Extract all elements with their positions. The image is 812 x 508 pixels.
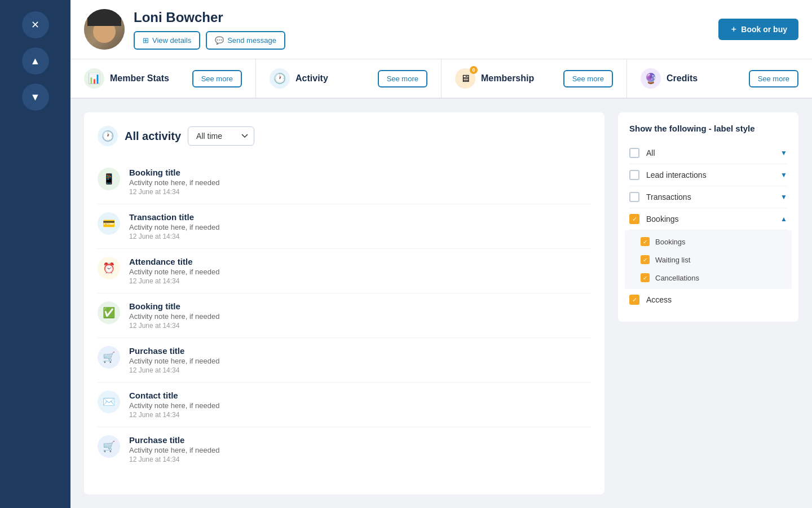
book-or-buy-label: Book or buy: [741, 25, 787, 34]
tab-membership[interactable]: 🖥 0 Membership See more: [442, 59, 627, 98]
activity-item-title-6: Contact title: [129, 391, 219, 400]
activity-item-title-3: Attendance title: [129, 257, 219, 266]
activity-item-time-1: 12 June at 14:34: [129, 188, 219, 196]
tab-activity-label: Activity: [295, 73, 328, 84]
member-info: Loni Bowcher ⊞ View details 💬 Send messa…: [134, 10, 718, 50]
filter-label-access: Access: [646, 295, 787, 304]
activity-item: 🛒 Purchase title Activity note here, if …: [98, 338, 591, 383]
filter-sub-item-waiting-list[interactable]: ✓ Waiting list: [629, 251, 787, 269]
activity-item: 🛒 Purchase title Activity note here, if …: [98, 427, 591, 471]
filter-checkbox-all[interactable]: [629, 148, 639, 158]
member-stats-see-more-button[interactable]: See more: [192, 70, 242, 87]
filter-item-transactions[interactable]: Transactions ▼: [629, 186, 787, 208]
membership-icon: 🖥 0: [455, 68, 475, 89]
activity-item-note-4: Activity note here, if needed: [129, 312, 219, 321]
tab-credits-label: Credits: [667, 73, 698, 84]
filter-sub-checkbox-waiting-list[interactable]: ✓: [641, 255, 650, 264]
tab-member-stats-content: 📊 Member Stats: [84, 68, 169, 89]
filter-checkbox-bookings[interactable]: ✓: [629, 214, 639, 224]
book-or-buy-button[interactable]: ＋ Book or buy: [718, 19, 798, 40]
member-header: Loni Bowcher ⊞ View details 💬 Send messa…: [70, 0, 812, 59]
member-name: Loni Bowcher: [134, 10, 718, 25]
send-message-icon: 💬: [215, 36, 224, 45]
avatar: [84, 9, 125, 50]
booking-icon-2: ✅: [98, 301, 120, 324]
purchase-icon-1: 🛒: [98, 346, 120, 369]
filter-sub-checkbox-cancellations[interactable]: ✓: [641, 273, 650, 282]
chevron-down-icon: ▼: [30, 91, 41, 103]
activity-item: 💳 Transaction title Activity note here, …: [98, 204, 591, 249]
transaction-icon: 💳: [98, 212, 120, 235]
tab-activity[interactable]: 🕐 Activity See more: [256, 59, 442, 98]
chevron-down-icon: ▼: [780, 149, 787, 157]
filter-label-bookings: Bookings: [646, 214, 780, 224]
activity-item-content-1: Booking title Activity note here, if nee…: [129, 168, 219, 196]
plus-icon: ＋: [730, 24, 738, 34]
close-button[interactable]: ✕: [22, 11, 49, 38]
activity-item-note-2: Activity note here, if needed: [129, 223, 219, 231]
purchase-icon-2: 🛒: [98, 435, 120, 458]
filter-sub-item-bookings[interactable]: ✓ Bookings: [629, 233, 787, 251]
filter-checkbox-transactions[interactable]: [629, 192, 639, 202]
tab-credits[interactable]: 🔮 Credits See more: [627, 59, 812, 98]
chevron-down-icon: ▼: [780, 193, 787, 201]
activity-item-time-7: 12 June at 14:34: [129, 456, 219, 463]
sidebar: ✕ ▲ ▼: [0, 0, 70, 508]
send-message-button[interactable]: 💬 Send message: [206, 31, 285, 50]
chevron-up-icon: ▲: [780, 215, 787, 223]
view-details-icon: ⊞: [143, 36, 149, 45]
activity-item: 📱 Booking title Activity note here, if n…: [98, 160, 591, 204]
activity-item-title-5: Purchase title: [129, 346, 219, 356]
filter-item-lead-interactions[interactable]: Lead interactions ▼: [629, 164, 787, 186]
filter-checkbox-access[interactable]: ✓: [629, 295, 639, 305]
filter-item-all[interactable]: All ▼: [629, 142, 787, 164]
activity-item-title-4: Booking title: [129, 301, 219, 311]
tab-member-stats[interactable]: 📊 Member Stats See more: [70, 59, 256, 98]
filter-bookings-sub: ✓ Bookings ✓ Waiting list ✓ Cancellation…: [625, 230, 792, 289]
activity-item-time-2: 12 June at 14:34: [129, 233, 219, 240]
filter-label-lead-interactions: Lead interactions: [646, 170, 780, 179]
activity-item: ✅ Booking title Activity note here, if n…: [98, 294, 591, 338]
avatar-image: [84, 9, 125, 50]
activity-item-time-3: 12 June at 14:34: [129, 277, 219, 285]
tab-membership-content: 🖥 0 Membership: [455, 68, 534, 89]
chevron-up-icon: ▲: [30, 55, 41, 67]
filter-item-bookings[interactable]: ✓ Bookings ▲: [629, 208, 787, 230]
filter-checkbox-lead-interactions[interactable]: [629, 170, 639, 180]
credits-see-more-button[interactable]: See more: [749, 70, 798, 87]
activity-see-more-button[interactable]: See more: [378, 70, 427, 87]
attendance-icon: ⏰: [98, 257, 120, 279]
tab-bar: 📊 Member Stats See more 🕐 Activity See m…: [70, 59, 812, 99]
tab-credits-content: 🔮 Credits: [641, 68, 698, 89]
filter-label-transactions: Transactions: [646, 192, 780, 202]
activity-item: ✉️ Contact title Activity note here, if …: [98, 383, 591, 427]
filter-sub-item-cancellations[interactable]: ✓ Cancellations: [629, 269, 787, 287]
send-message-label: Send message: [227, 36, 276, 45]
time-filter-select[interactable]: All time Today This week This month This…: [188, 126, 254, 146]
activity-item-content-5: Purchase title Activity note here, if ne…: [129, 346, 219, 374]
filter-sub-label-bookings: Bookings: [655, 238, 685, 246]
view-details-button[interactable]: ⊞ View details: [134, 31, 200, 50]
credits-icon: 🔮: [641, 68, 661, 89]
activity-item-time-6: 12 June at 14:34: [129, 411, 219, 419]
header-actions: ⊞ View details 💬 Send message: [134, 31, 718, 50]
activity-item-content-6: Contact title Activity note here, if nee…: [129, 391, 219, 419]
activity-item: ⏰ Attendance title Activity note here, i…: [98, 249, 591, 294]
chevron-down-icon: ▼: [780, 171, 787, 179]
member-stats-icon: 📊: [84, 68, 104, 89]
scroll-down-button[interactable]: ▼: [22, 84, 49, 111]
activity-item-note-6: Activity note here, if needed: [129, 401, 219, 410]
activity-panel-header: 🕐 All activity All time Today This week …: [98, 126, 591, 146]
scroll-up-button[interactable]: ▲: [22, 47, 49, 75]
filter-panel-title: Show the following - label style: [629, 124, 787, 133]
main-content: Loni Bowcher ⊞ View details 💬 Send messa…: [70, 0, 812, 508]
activity-list: 📱 Booking title Activity note here, if n…: [98, 160, 591, 471]
activity-item-time-4: 12 June at 14:34: [129, 322, 219, 330]
filter-sub-label-cancellations: Cancellations: [655, 274, 699, 282]
activity-item-note-1: Activity note here, if needed: [129, 178, 219, 187]
filter-sub-checkbox-bookings[interactable]: ✓: [641, 237, 650, 246]
activity-item-note-3: Activity note here, if needed: [129, 268, 219, 276]
filter-item-access[interactable]: ✓ Access: [629, 289, 787, 310]
membership-see-more-button[interactable]: See more: [563, 70, 613, 87]
activity-item-note-5: Activity note here, if needed: [129, 357, 219, 365]
